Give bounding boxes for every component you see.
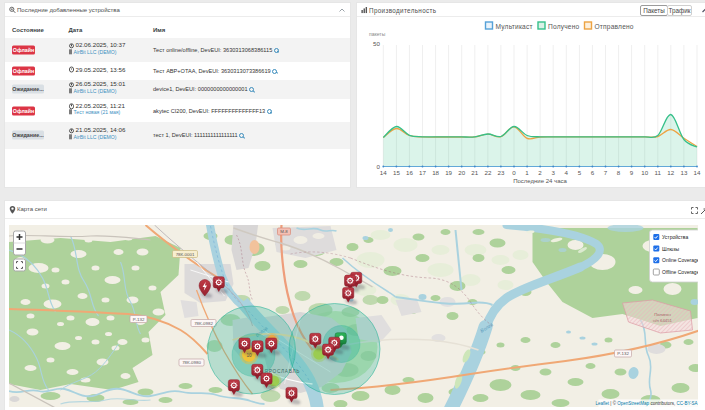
- svg-text:пакеты: пакеты: [369, 31, 386, 37]
- svg-text:Р-132: Р-132: [132, 317, 144, 322]
- svg-text:78К-0982: 78К-0982: [194, 321, 213, 326]
- svg-text:Получено: Получено: [548, 23, 580, 31]
- svg-text:Offline Coverage: Offline Coverage: [662, 269, 698, 275]
- svg-text:5: 5: [578, 169, 582, 176]
- svg-text:Шлюзы: Шлюзы: [662, 246, 680, 252]
- svg-text:Последние 24 часа: Последние 24 часа: [513, 178, 567, 184]
- svg-text:23: 23: [497, 169, 504, 176]
- svg-text:М-8: М-8: [280, 229, 288, 234]
- svg-text:10: 10: [641, 169, 648, 176]
- svg-text:8: 8: [617, 169, 621, 176]
- svg-text:50: 50: [373, 40, 380, 47]
- svg-text:4: 4: [565, 169, 569, 176]
- svg-text:16: 16: [406, 169, 413, 176]
- svg-text:12: 12: [667, 169, 674, 176]
- svg-text:Р-132: Р-132: [617, 351, 629, 356]
- svg-text:Мультикаст: Мультикаст: [496, 23, 533, 31]
- svg-text:Leaflet | © OpenStreetMap cont: Leaflet | © OpenStreetMap contributors, …: [595, 400, 697, 406]
- svg-text:78К-0980: 78К-0980: [182, 360, 201, 365]
- svg-text:Online Coverage: Online Coverage: [662, 257, 698, 263]
- svg-text:15: 15: [393, 169, 400, 176]
- svg-text:Устройства: Устройства: [662, 234, 688, 240]
- svg-text:1: 1: [525, 169, 529, 176]
- svg-text:3: 3: [551, 169, 555, 176]
- svg-text:18: 18: [432, 169, 439, 176]
- svg-text:9: 9: [630, 169, 634, 176]
- svg-text:14: 14: [380, 169, 387, 176]
- svg-text:20: 20: [458, 169, 465, 176]
- svg-text:22: 22: [484, 169, 491, 176]
- svg-text:Полигон: Полигон: [654, 312, 671, 317]
- svg-text:17: 17: [419, 169, 426, 176]
- svg-text:21: 21: [471, 169, 478, 176]
- svg-text:7: 7: [604, 169, 608, 176]
- svg-text:6: 6: [591, 169, 595, 176]
- svg-text:14: 14: [694, 169, 701, 176]
- svg-text:0: 0: [512, 169, 516, 176]
- svg-text:н/п 64451: н/п 64451: [652, 318, 672, 323]
- svg-text:11: 11: [655, 169, 662, 176]
- svg-text:78К-0001: 78К-0001: [175, 252, 194, 257]
- svg-text:13: 13: [680, 169, 687, 176]
- svg-text:Отправлено: Отправлено: [595, 23, 634, 31]
- svg-text:19: 19: [445, 169, 452, 176]
- svg-text:2: 2: [538, 169, 542, 176]
